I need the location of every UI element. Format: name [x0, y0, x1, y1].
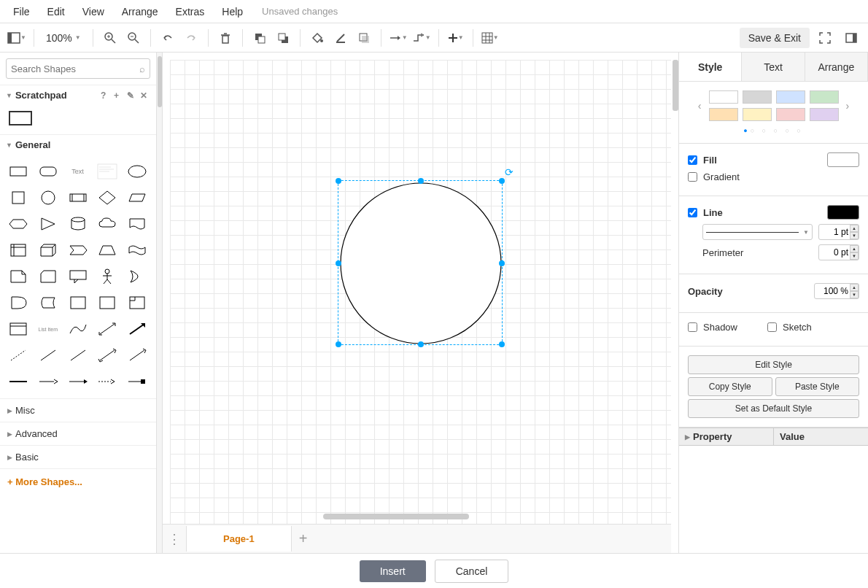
menu-extras[interactable]: Extras	[168, 3, 212, 20]
shape-bidir-arrow[interactable]	[95, 318, 120, 340]
add-icon[interactable]: ▼	[445, 27, 467, 49]
shape-hexagon[interactable]	[6, 213, 31, 235]
shape-link1[interactable]	[6, 371, 31, 392]
add-page-icon[interactable]: +	[292, 530, 315, 547]
canvas-vscroll[interactable]	[673, 60, 678, 111]
swatch-pager[interactable]: ●○ ○ ○ ○ ○	[688, 127, 859, 134]
handle-ne[interactable]	[499, 178, 505, 184]
shape-link3[interactable]	[66, 371, 90, 392]
set-default-style-button[interactable]: Set as Default Style	[688, 399, 859, 418]
table-icon[interactable]: ▼	[479, 27, 501, 49]
to-back-icon[interactable]	[272, 27, 294, 49]
more-shapes-button[interactable]: + More Shapes...	[0, 468, 156, 495]
shape-bidir-thin[interactable]	[95, 344, 120, 366]
line-checkbox[interactable]	[688, 208, 697, 217]
menu-edit[interactable]: Edit	[40, 3, 72, 20]
handle-se[interactable]	[499, 341, 505, 347]
shape-or[interactable]	[125, 266, 150, 287]
close-scratch-icon[interactable]: ✕	[140, 90, 150, 101]
zoom-selector[interactable]: 100%▼	[40, 29, 87, 47]
undo-icon[interactable]	[157, 27, 179, 49]
shape-document[interactable]	[125, 213, 150, 235]
scratchpad-shape[interactable]	[9, 111, 32, 125]
view-mode-button[interactable]: ▼	[6, 27, 28, 49]
page-menu-icon[interactable]: ⋮	[163, 531, 186, 547]
shape-card[interactable]	[36, 266, 61, 287]
copy-style-button[interactable]: Copy Style	[688, 377, 772, 396]
shadow-icon[interactable]	[353, 27, 375, 49]
handle-sw[interactable]	[336, 341, 341, 347]
tab-arrange[interactable]: Arrange	[805, 53, 868, 81]
shape-cloud[interactable]	[95, 213, 120, 235]
shape-link4[interactable]	[95, 371, 120, 392]
add-scratch-icon[interactable]: +	[114, 90, 124, 101]
format-panel-icon[interactable]	[840, 27, 862, 49]
shape-rectangle[interactable]	[6, 160, 31, 182]
menu-arrange[interactable]: Arrange	[115, 3, 166, 20]
shape-note[interactable]	[6, 266, 31, 287]
shape-circle[interactable]	[36, 187, 61, 209]
line-color-box[interactable]	[827, 205, 859, 220]
swatch-white[interactable]	[709, 90, 738, 104]
category-advanced[interactable]: ▶Advanced	[0, 422, 156, 445]
save-exit-button[interactable]: Save & Exit	[740, 28, 810, 48]
search-icon[interactable]: ⌕	[139, 63, 145, 74]
swatch-gray[interactable]	[743, 90, 772, 104]
selection-box[interactable]: ⟳	[338, 180, 503, 345]
shape-line[interactable]	[36, 344, 61, 366]
cancel-button[interactable]: Cancel	[435, 560, 509, 583]
shape-data-storage[interactable]	[36, 292, 61, 314]
shape-tape[interactable]	[125, 239, 150, 261]
shape-internal-storage[interactable]	[6, 239, 31, 261]
scratchpad-header[interactable]: ▼ Scratchpad ? + ✎ ✕	[0, 85, 156, 105]
connection-icon[interactable]: ▼	[387, 27, 409, 49]
rotate-handle-icon[interactable]: ⟳	[505, 166, 514, 178]
edit-style-button[interactable]: Edit Style	[688, 355, 859, 374]
canvas-hscroll[interactable]	[323, 514, 469, 519]
redo-icon[interactable]	[180, 27, 202, 49]
shape-textbox[interactable]	[95, 160, 120, 182]
swatch-green[interactable]	[810, 90, 839, 104]
category-misc[interactable]: ▶Misc	[0, 398, 156, 422]
swatch-purple[interactable]	[810, 108, 839, 121]
swatch-yellow[interactable]	[743, 108, 772, 121]
handle-w[interactable]	[336, 260, 341, 266]
shape-ellipse[interactable]	[125, 160, 150, 182]
shape-dir-thin[interactable]	[125, 344, 150, 366]
shape-trapezoid[interactable]	[95, 239, 120, 261]
edit-scratch-icon[interactable]: ✎	[127, 90, 137, 101]
shape-triangle[interactable]	[36, 213, 61, 235]
tab-style[interactable]: Style	[679, 53, 742, 81]
fill-color-icon[interactable]	[306, 27, 328, 49]
line-color-icon[interactable]	[330, 27, 352, 49]
shape-actor[interactable]	[95, 266, 120, 287]
sidebar-scroll[interactable]	[157, 53, 163, 553]
swatch-next-icon[interactable]: ›	[843, 100, 853, 112]
shape-parallelogram[interactable]	[125, 187, 150, 209]
shape-list[interactable]	[6, 318, 31, 340]
insert-button[interactable]: Insert	[360, 560, 426, 582]
handle-s[interactable]	[418, 341, 424, 347]
shape-arrow[interactable]	[125, 318, 150, 340]
general-header[interactable]: ▼ General	[0, 134, 156, 155]
shape-text[interactable]: Text	[66, 160, 90, 182]
search-shapes-input[interactable]	[11, 63, 139, 74]
waypoints-icon[interactable]: ▼	[411, 27, 433, 49]
canvas[interactable]: ⟳	[170, 60, 671, 524]
fullscreen-icon[interactable]	[814, 27, 836, 49]
shape-container2[interactable]	[95, 292, 120, 314]
zoom-out-icon[interactable]	[123, 27, 144, 49]
shape-cylinder[interactable]	[66, 213, 90, 235]
menu-help[interactable]: Help	[214, 3, 250, 20]
shape-step[interactable]	[66, 239, 90, 261]
page-tab-1[interactable]: Page-1	[186, 526, 292, 552]
shape-frame[interactable]	[125, 292, 150, 314]
shape-line2[interactable]	[66, 344, 90, 366]
shape-link5[interactable]	[125, 371, 150, 392]
shape-curve[interactable]	[66, 318, 90, 340]
shadow-checkbox[interactable]	[688, 322, 697, 332]
shape-list-item[interactable]: List Item	[36, 318, 61, 340]
delete-icon[interactable]	[214, 27, 236, 49]
shape-square[interactable]	[6, 187, 31, 209]
category-basic[interactable]: ▶Basic	[0, 445, 156, 468]
